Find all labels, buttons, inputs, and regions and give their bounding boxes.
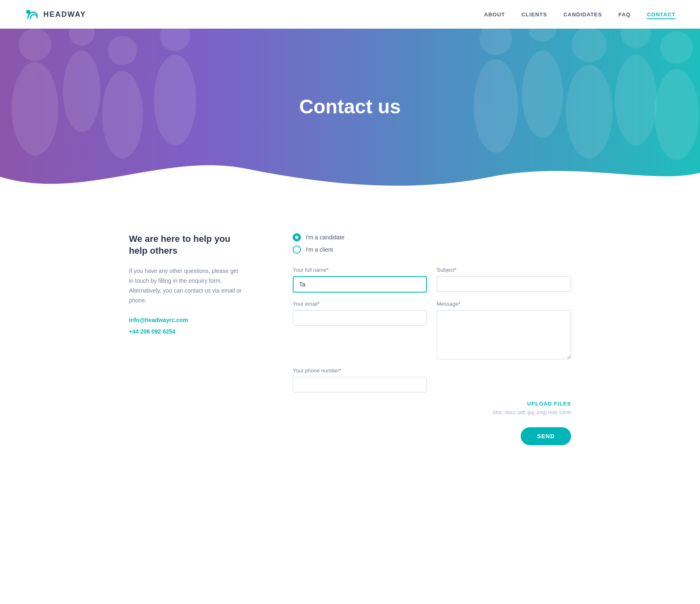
form-group-message: Message* (437, 301, 571, 359)
svg-point-1 (19, 29, 52, 61)
svg-point-14 (566, 65, 612, 158)
radio-candidate[interactable]: I'm a candidate (293, 233, 571, 241)
svg-point-3 (69, 29, 95, 46)
hero-wave (0, 152, 700, 201)
svg-point-4 (63, 50, 100, 132)
radio-candidate-label: I'm a candidate (306, 234, 345, 241)
logo-text: HEADWAY (43, 10, 86, 19)
left-body: If you have any other questions, please … (129, 266, 244, 305)
svg-point-2 (12, 62, 59, 156)
nav-about[interactable]: ABOUT (484, 11, 505, 18)
upload-button[interactable]: UPLOAD FILES (527, 401, 571, 407)
full-name-label: Your full name* (293, 267, 427, 273)
svg-point-9 (479, 29, 512, 55)
svg-point-8 (154, 54, 196, 145)
form-row-2: Your email* Message* (293, 301, 571, 359)
upload-section: UPLOAD FILES (doc, docx, pdf, jpg, png) … (293, 401, 571, 416)
radio-client-circle (293, 246, 301, 254)
svg-point-7 (160, 29, 190, 51)
radio-group: I'm a candidate I'm a client (293, 233, 571, 254)
email-label: Your email* (293, 301, 427, 307)
svg-point-12 (522, 50, 563, 138)
radio-client[interactable]: I'm a client (293, 246, 571, 254)
svg-point-5 (108, 36, 137, 65)
radio-candidate-circle (293, 233, 301, 241)
nav-links: ABOUT CLIENTS CANDIDATES FAQ CONTACT (484, 11, 675, 18)
svg-point-17 (660, 31, 693, 64)
svg-point-13 (572, 29, 607, 62)
navbar: HEADWAY ABOUT CLIENTS CANDIDATES FAQ CON… (0, 0, 700, 29)
subject-label: Subject* (437, 267, 571, 273)
phone-label: Your phone number* (293, 367, 427, 374)
svg-point-6 (102, 71, 143, 158)
message-textarea[interactable] (437, 310, 571, 359)
form-panel: I'm a candidate I'm a client Your full n… (293, 233, 571, 445)
form-group-subject: Subject* (437, 267, 571, 293)
logo[interactable]: HEADWAY (25, 7, 86, 22)
phone-link[interactable]: +44 208 092 6254 (129, 328, 244, 335)
form-row-1: Your full name* Subject* (293, 267, 571, 293)
svg-point-11 (528, 29, 557, 42)
svg-point-0 (26, 10, 30, 14)
logo-icon (25, 7, 39, 22)
send-button[interactable]: SEND (521, 427, 571, 445)
hero-section: Contact us (0, 29, 700, 201)
form-row-3: Your phone number* (293, 367, 571, 392)
nav-contact[interactable]: CONTACT (647, 11, 675, 19)
form-group-email: Your email* (293, 301, 427, 359)
upload-note: (doc, docx, pdf, jpg, png) max 10mb (493, 410, 571, 415)
svg-point-15 (621, 29, 651, 48)
left-heading: We are here to help you help others (129, 233, 244, 257)
svg-point-18 (655, 69, 699, 160)
svg-point-16 (615, 54, 657, 145)
subject-input[interactable] (437, 276, 571, 292)
svg-point-10 (474, 59, 518, 153)
message-label: Message* (437, 301, 571, 307)
radio-client-label: I'm a client (306, 246, 333, 253)
form-group-phone: Your phone number* (293, 367, 427, 392)
nav-candidates[interactable]: CANDIDATES (563, 11, 602, 18)
content-section: We are here to help you help others If y… (104, 201, 596, 486)
phone-input[interactable] (293, 377, 427, 392)
email-link[interactable]: info@headwayrc.com (129, 317, 244, 323)
email-input[interactable] (293, 310, 427, 326)
nav-clients[interactable]: CLIENTS (522, 11, 547, 18)
nav-faq[interactable]: FAQ (619, 11, 631, 18)
form-group-fullname: Your full name* (293, 267, 427, 293)
left-panel: We are here to help you help others If y… (129, 233, 244, 445)
full-name-input[interactable] (293, 276, 427, 293)
hero-title: Contact us (299, 95, 401, 118)
